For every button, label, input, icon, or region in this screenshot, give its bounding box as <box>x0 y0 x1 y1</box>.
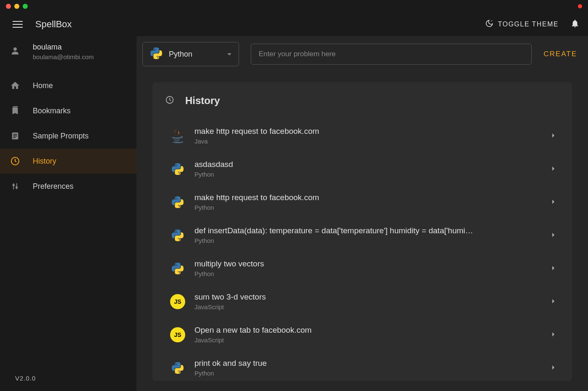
menu-button[interactable] <box>13 21 23 28</box>
history-item[interactable]: JS sum two 3-d vectors JavaScript <box>165 285 559 318</box>
nav-list: Home Bookmarks Sample Prompts History <box>0 69 136 365</box>
sidebar-item-bookmarks[interactable]: Bookmarks <box>0 98 136 123</box>
chevron-right-icon <box>552 298 555 305</box>
chevron-right-icon <box>552 331 555 339</box>
window-close[interactable] <box>6 4 11 9</box>
window-titlebar <box>0 0 588 13</box>
history-item-language: Python <box>194 270 543 277</box>
chevron-right-icon <box>552 265 555 272</box>
history-item[interactable]: def insertData(data): temperature = data… <box>165 219 559 252</box>
javascript-icon: JS <box>169 326 186 343</box>
history-item-language: Java <box>194 138 543 145</box>
svg-point-7 <box>13 184 15 186</box>
app-version: V2.0.0 <box>0 365 136 391</box>
sidebar-item-preferences[interactable]: Preferences <box>0 174 136 199</box>
python-icon <box>150 47 163 62</box>
svg-rect-2 <box>13 134 17 135</box>
main-content: Python CREATE History <box>136 36 588 391</box>
svg-rect-4 <box>13 137 16 138</box>
theme-toggle[interactable]: TOGGLE THEME <box>485 19 559 29</box>
notifications-button[interactable] <box>570 19 580 30</box>
history-item-language: Python <box>194 204 543 211</box>
python-icon <box>169 227 186 244</box>
history-item[interactable]: multiply two vectors Python <box>165 252 559 285</box>
user-profile[interactable]: boulama boulama@otimbi.com <box>0 36 136 69</box>
python-icon <box>169 360 186 376</box>
app-header: SpellBox TOGGLE THEME <box>0 13 588 36</box>
user-name: boulama <box>33 43 94 52</box>
header-left: SpellBox <box>13 19 72 30</box>
bookmark-icon <box>10 106 20 116</box>
chevron-right-icon <box>552 165 555 173</box>
user-avatar-icon <box>10 46 20 57</box>
history-item-title: Open a new tab to facebook.com <box>194 326 543 335</box>
toolbar: Python CREATE <box>136 36 588 72</box>
history-item-title: print ok and say true <box>194 359 543 368</box>
moon-icon <box>485 19 494 29</box>
history-item-title: make http request to facebook.com <box>194 193 543 202</box>
history-item[interactable]: make http request to facebook.com Python <box>165 185 559 219</box>
chevron-right-icon <box>552 364 555 372</box>
selected-language: Python <box>169 50 192 59</box>
create-button[interactable]: CREATE <box>543 50 577 58</box>
sidebar-item-label: History <box>33 157 56 166</box>
notification-indicator <box>578 4 582 8</box>
svg-point-9 <box>16 187 18 188</box>
panel-title: History <box>185 95 220 107</box>
app-title: SpellBox <box>35 19 72 30</box>
history-item[interactable]: JS Open a new tab to facebook.com JavaSc… <box>165 318 559 351</box>
sidebar-item-history[interactable]: History <box>0 149 136 174</box>
sidebar-item-label: Sample Prompts <box>33 132 89 141</box>
panel-header: History <box>165 95 559 107</box>
language-select[interactable]: Python <box>142 42 239 66</box>
user-email: boulama@otimbi.com <box>33 53 94 60</box>
chevron-right-icon <box>552 232 555 239</box>
history-item-title: sum two 3-d vectors <box>194 292 543 302</box>
clock-icon <box>165 95 174 106</box>
sidebar-item-sample-prompts[interactable]: Sample Prompts <box>0 123 136 149</box>
history-item-title: asdasdasd <box>194 160 543 169</box>
clock-icon <box>10 156 20 166</box>
chevron-right-icon <box>552 198 555 206</box>
sidebar-item-label: Bookmarks <box>33 107 71 115</box>
chevron-right-icon <box>552 132 555 140</box>
java-icon <box>169 128 186 144</box>
history-item[interactable]: make http request to facebook.com Java <box>165 119 559 152</box>
javascript-icon: JS <box>169 293 186 310</box>
python-icon <box>169 260 186 277</box>
history-item-title: def insertData(data): temperature = data… <box>194 226 543 235</box>
history-item[interactable]: print ok and say true Python <box>165 351 559 381</box>
theme-toggle-label: TOGGLE THEME <box>498 21 559 28</box>
history-item-title: multiply two vectors <box>194 259 543 268</box>
sidebar-item-label: Preferences <box>33 182 74 191</box>
history-item-language: Python <box>194 237 543 244</box>
svg-rect-3 <box>13 136 17 136</box>
window-controls <box>6 4 28 9</box>
chevron-down-icon <box>227 50 232 58</box>
history-item-language: Python <box>194 370 543 377</box>
python-icon <box>169 161 186 177</box>
header-right: TOGGLE THEME <box>485 19 580 30</box>
sidebar: boulama boulama@otimbi.com Home Bookmark… <box>0 36 136 391</box>
problem-input[interactable] <box>251 44 532 65</box>
python-icon <box>169 194 186 211</box>
svg-point-0 <box>13 47 17 51</box>
window-minimize[interactable] <box>14 4 19 9</box>
history-item-title: make http request to facebook.com <box>194 127 543 136</box>
window-maximize[interactable] <box>23 4 28 9</box>
history-item-language: Python <box>194 171 543 178</box>
history-list: make http request to facebook.com Java a… <box>165 119 559 381</box>
history-item[interactable]: asdasdasd Python <box>165 152 559 185</box>
history-panel: History make http request to facebook.co… <box>152 82 572 381</box>
document-icon <box>10 131 20 141</box>
history-item-language: JavaScript <box>194 336 543 344</box>
history-item-language: JavaScript <box>194 303 543 310</box>
sidebar-item-home[interactable]: Home <box>0 73 136 98</box>
home-icon <box>10 81 20 91</box>
sidebar-item-label: Home <box>33 81 53 90</box>
sliders-icon <box>10 181 20 191</box>
